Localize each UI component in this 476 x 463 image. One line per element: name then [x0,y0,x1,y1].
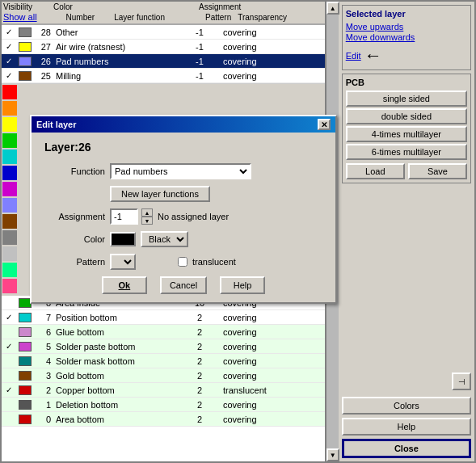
layer-row[interactable]: ✓ 25 Milling -1 covering [2,69,325,83]
layer-row[interactable]: 6 Glue bottom 2 covering [2,325,325,339]
help-button[interactable]: Help [342,418,471,436]
row-check[interactable]: ✓ [2,313,16,322]
row-cover: covering [220,356,293,366]
row-assign: 2 [179,371,220,381]
translucent-label: translucent [192,257,236,267]
row-cover: covering [220,27,293,37]
arrow-indicator: ← [364,45,382,66]
row-assign: -1 [179,42,220,52]
scroll-up-arrow[interactable]: ▲ [326,2,339,15]
row-check[interactable]: ✓ [2,27,16,36]
main-window: Visibility Color Assignment Show all Num… [0,0,476,463]
layer-row[interactable]: ✓ 5 Solder paste bottom 2 covering [2,339,325,354]
row-number: 4 [34,356,54,366]
bottom-buttons: ⊣ Colors Help Close [342,373,471,458]
no-assigned-label: No assigned layer [158,212,229,221]
layer-row[interactable]: ✓ 2 Copper bottom 2 translucent [2,383,325,398]
layer-row[interactable]: ✓ 7 Position bottom 2 covering [2,310,325,325]
header-transparency: Transparency [238,13,287,22]
row-assign: 2 [179,385,220,395]
ok-button[interactable]: Ok [102,276,147,294]
close-button[interactable]: Close [342,439,471,458]
color-swatch-button[interactable] [110,232,136,246]
row-color [16,313,34,322]
single-sided-button[interactable]: single sided [346,90,467,107]
row-cover: covering [220,342,293,351]
row-assign: 2 [179,415,220,424]
double-sided-button[interactable]: double sided [346,108,467,124]
new-layer-functions-button[interactable]: New layer functions [110,186,210,202]
row-number: 7 [34,313,54,322]
color-select[interactable]: Black [141,231,188,247]
function-label: Function [44,166,105,176]
row-cover: translucent [220,385,293,395]
show-all-link[interactable]: Show all [3,12,37,22]
row-cover: covering [220,415,293,424]
color-swatches-left [2,84,18,296]
row-number: 25 [34,71,54,81]
pattern-select[interactable] [110,254,136,270]
load-save-row: Load Save [346,163,467,179]
icon-btn-row: ⊣ [342,373,471,390]
function-select[interactable]: Pad numbers [110,163,251,179]
pcb-box: PCB single sided double sided 4-times mu… [342,74,471,183]
row-check[interactable]: ✓ [2,342,16,351]
spin-up[interactable]: ▲ [141,208,153,217]
row-assign: -1 [179,57,220,66]
new-layer-functions-row: New layer functions [44,186,322,208]
row-color [16,27,34,37]
row-check[interactable]: ✓ [2,385,16,394]
row-cover: covering [220,42,293,52]
row-assign: -1 [179,71,220,81]
row-color [16,415,34,424]
four-times-button[interactable]: 4-times multilayer [346,126,467,142]
colors-button[interactable]: Colors [342,397,471,415]
pattern-row: Pattern translucent [44,254,322,270]
load-button[interactable]: Load [346,163,405,179]
column-headers: Visibility Color Assignment Show all Num… [2,2,325,25]
layer-row[interactable]: 4 Solder mask bottom 2 covering [2,354,325,368]
layer-row[interactable]: 1 Deletion bottom 2 covering [2,398,325,412]
cancel-button[interactable]: Cancel [160,276,207,294]
row-cover: covering [220,71,293,81]
row-name: Solder paste bottom [54,342,179,351]
move-upwards-button[interactable]: Move upwards [346,22,404,32]
move-downwards-button[interactable]: Move downwards [346,32,415,42]
row-cover: covering [220,400,293,410]
connector-icon-button[interactable]: ⊣ [452,373,471,390]
row-name: Milling [54,71,179,81]
assignment-spinner[interactable]: ▲ ▼ [141,208,153,225]
color-row: Color Black [44,231,322,247]
layer-list-bottom: 8 Area inside 10 covering ✓ 7 Position b… [2,296,325,461]
assignment-input[interactable] [110,208,138,225]
row-number: 2 [34,385,54,395]
dialog-layer-name: Layer:26 [44,141,322,154]
layer-row[interactable]: 3 Gold bottom 2 covering [2,368,325,383]
row-assign: -1 [179,27,220,37]
row-check[interactable]: ✓ [2,71,16,80]
six-times-button[interactable]: 6-times multilayer [346,144,467,160]
right-panel: Selected layer Move upwards Move downwar… [339,2,474,461]
dialog-close-button[interactable]: ✕ [318,119,331,130]
translucent-checkbox[interactable] [178,257,187,267]
layer-row[interactable]: ✓ 27 Air wire (ratsnest) -1 covering [2,40,325,54]
row-color [16,371,34,381]
row-color [16,42,34,52]
edit-button[interactable]: Edit [346,51,361,61]
row-name: Air wire (ratsnest) [54,42,179,52]
row-number: 26 [34,57,54,66]
spin-down[interactable]: ▼ [141,217,153,225]
header-visibility: Visibility [2,2,34,12]
dialog-help-button[interactable]: Help [220,276,265,294]
layer-row[interactable]: 0 Area bottom 2 covering [2,412,325,427]
row-assign: 2 [179,327,220,337]
row-number: 3 [34,371,54,381]
assignment-row: Assignment ▲ ▼ No assigned layer [44,208,322,225]
row-check[interactable]: ✓ [2,57,16,65]
row-check[interactable]: ✓ [2,42,16,51]
layer-row[interactable]: ✓ 28 Other -1 covering [2,25,325,40]
header-pattern: Pattern [205,13,231,22]
layer-row-selected[interactable]: ✓ 26 Pad numbers -1 covering [2,54,325,69]
save-button[interactable]: Save [408,163,467,179]
scroll-down-arrow[interactable]: ▼ [326,448,339,461]
